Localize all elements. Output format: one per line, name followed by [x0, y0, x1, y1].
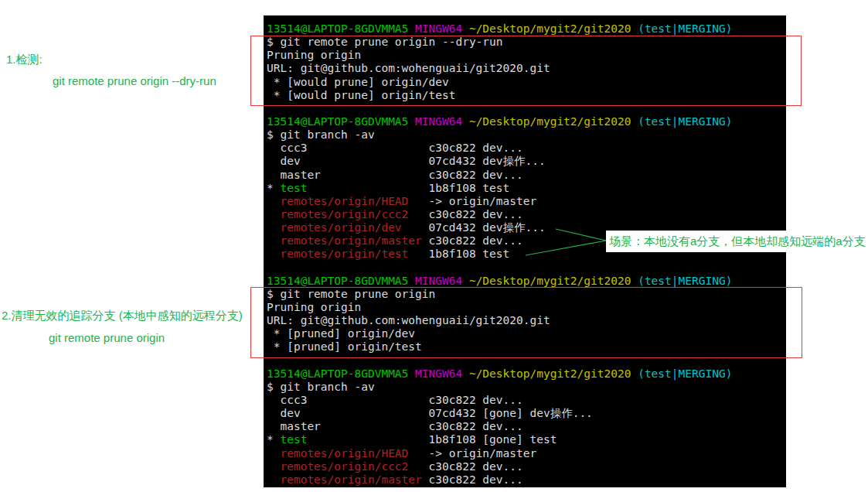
terminal-text-segment: remotes/origin/master [280, 234, 421, 247]
terminal-text-segment: 07cd432 dev操作... [402, 221, 546, 234]
terminal-text-segment [408, 367, 415, 380]
terminal-line: $ git remote prune origin --dry-run [267, 36, 786, 49]
terminal-text-segment: * [267, 433, 280, 446]
terminal-line: remotes/origin/ccc2 c30c822 dev... [267, 208, 786, 221]
terminal-text-segment: ~/Desktop/mygit2/git2020 [469, 115, 631, 128]
terminal-text-segment [462, 367, 469, 380]
terminal-text-segment: ~/Desktop/mygit2/git2020 [469, 367, 631, 380]
terminal-text-segment: c30c822 dev... [422, 234, 523, 247]
terminal-text-segment: 1b8f108 [gone] test [307, 433, 557, 446]
terminal-text-segment: Pruning origin [267, 301, 361, 313]
terminal-text-segment: 1b8f108 test [408, 248, 509, 260]
terminal-text-segment [408, 115, 415, 128]
terminal-text-segment: dev 07cd432 dev操作... [267, 155, 546, 167]
page-root: { "page": { "background": "#ffffff" }, "… [0, 0, 868, 492]
terminal-text-segment [267, 248, 280, 260]
terminal-text-segment: * [pruned] origin/dev [267, 327, 415, 340]
terminal-text-segment: remotes/origin/test [280, 248, 408, 260]
terminal-text-segment: ccc3 c30c822 dev... [267, 142, 523, 154]
terminal-text-segment: master c30c822 dev... [267, 420, 523, 432]
terminal-text-segment [408, 275, 415, 287]
terminal-text-segment: (test|MERGING) [638, 367, 732, 380]
terminal-text-segment: $ git remote prune origin --dry-run [267, 36, 503, 48]
terminal-text-segment: (test|MERGING) [638, 115, 732, 128]
terminal-blank-line [267, 261, 786, 275]
terminal-text-segment: test [280, 182, 307, 194]
annotation-step1-command: git remote prune origin --dry-run [53, 73, 216, 88]
terminal-output: 13514@LAPTOP-8GDVMMA5 MINGW64 ~/Desktop/… [267, 22, 786, 487]
terminal-line: 13514@LAPTOP-8GDVMMA5 MINGW64 ~/Desktop/… [267, 115, 786, 128]
terminal-text-segment: 13514@LAPTOP-8GDVMMA5 [267, 22, 408, 35]
terminal-text-segment: URL: git@github.com:wohenguaii/git2020.g… [267, 62, 550, 74]
terminal-text-segment: 13514@LAPTOP-8GDVMMA5 [267, 275, 408, 287]
terminal-text-segment: $ git remote prune origin [267, 288, 435, 300]
terminal-text-segment: (test|MERGING) [638, 22, 732, 35]
terminal-text-segment: MINGW64 [415, 22, 462, 35]
terminal-line: $ git branch -av [267, 128, 786, 142]
terminal-line: * test 1b8f108 [gone] test [267, 433, 786, 446]
terminal-line: remotes/origin/master c30c822 dev... [267, 473, 786, 487]
terminal-text-segment: ccc3 c30c822 dev... [267, 394, 523, 406]
terminal-line: 13514@LAPTOP-8GDVMMA5 MINGW64 ~/Desktop/… [267, 367, 786, 381]
terminal-text-segment [267, 473, 280, 486]
terminal-text-segment [462, 115, 469, 128]
terminal-text-segment: remotes/origin/master [280, 473, 421, 486]
terminal-text-segment: ~/Desktop/mygit2/git2020 [469, 22, 631, 35]
terminal-text-segment [267, 460, 280, 473]
terminal-line: master c30c822 dev... [267, 169, 786, 182]
terminal-text-segment: dev 07cd432 [gone] dev操作... [267, 407, 593, 419]
terminal-text-segment: Pruning origin [267, 49, 361, 61]
terminal-text-segment: * [267, 182, 280, 194]
terminal-text-segment: * [would prune] origin/dev [267, 76, 449, 88]
terminal-text-segment [631, 367, 638, 380]
terminal-line: dev 07cd432 [gone] dev操作... [267, 407, 786, 420]
terminal-text-segment: c30c822 dev... [408, 460, 523, 473]
terminal-line: URL: git@github.com:wohenguaii/git2020.g… [267, 62, 786, 75]
terminal-line: Pruning origin [267, 301, 786, 314]
terminal-line: * test 1b8f108 test [267, 182, 786, 195]
terminal-line: remotes/origin/ccc2 c30c822 dev... [267, 460, 786, 473]
terminal-blank-line [267, 354, 786, 367]
terminal-text-segment [267, 195, 280, 207]
terminal-text-segment: (test|MERGING) [638, 275, 732, 287]
terminal-text-segment: 1b8f108 test [307, 182, 509, 194]
annotation-step2-title: 2.清理无效的追踪分支 (本地中感知的远程分支) [2, 308, 243, 323]
terminal-text-segment: $ git branch -av [267, 381, 375, 393]
terminal-text-segment [267, 234, 280, 247]
terminal-line: remotes/origin/HEAD -> origin/master [267, 447, 786, 460]
annotation-scenario-note: 场景：本地没有a分支，但本地却感知远端的a分支 [606, 231, 868, 252]
terminal-text-segment [267, 221, 280, 234]
terminal-text-segment: URL: git@github.com:wohenguaii/git2020.g… [267, 314, 550, 326]
terminal-line: $ git branch -av [267, 381, 786, 394]
terminal-text-segment: MINGW64 [415, 275, 462, 287]
terminal-text-segment [631, 275, 638, 287]
terminal-line: Pruning origin [267, 49, 786, 62]
terminal-text-segment: test [280, 433, 307, 446]
terminal-text-segment: 13514@LAPTOP-8GDVMMA5 [267, 367, 408, 380]
annotation-step2-command: git remote prune origin [49, 330, 165, 345]
terminal-line: * [pruned] origin/dev [267, 327, 786, 340]
terminal-blank-line [267, 102, 786, 115]
terminal-text-segment: -> origin/master [408, 195, 536, 207]
terminal-text-segment: * [pruned] origin/test [267, 340, 422, 353]
terminal-text-segment [462, 275, 469, 287]
terminal-text-segment: 13514@LAPTOP-8GDVMMA5 [267, 115, 408, 128]
terminal-line: remotes/origin/HEAD -> origin/master [267, 195, 786, 208]
terminal-text-segment: ~/Desktop/mygit2/git2020 [469, 275, 631, 287]
terminal-text-segment: MINGW64 [415, 115, 462, 128]
terminal-text-segment [631, 22, 638, 35]
terminal-line: ccc3 c30c822 dev... [267, 142, 786, 155]
terminal-text-segment: remotes/origin/HEAD [280, 195, 408, 207]
terminal-text-segment: master c30c822 dev... [267, 169, 523, 181]
terminal-line: * [pruned] origin/test [267, 340, 786, 354]
terminal-text-segment: remotes/origin/ccc2 [280, 208, 408, 220]
terminal-text-segment [267, 208, 280, 220]
terminal-line: 13514@LAPTOP-8GDVMMA5 MINGW64 ~/Desktop/… [267, 22, 786, 36]
terminal-text-segment [267, 447, 280, 460]
terminal-text-segment [631, 115, 638, 128]
terminal-text-segment: remotes/origin/ccc2 [280, 460, 408, 473]
terminal-text-segment: remotes/origin/dev [280, 221, 401, 234]
terminal-text-segment: * [would prune] origin/test [267, 89, 455, 101]
terminal-text-segment: MINGW64 [415, 367, 462, 380]
terminal-line: master c30c822 dev... [267, 420, 786, 433]
